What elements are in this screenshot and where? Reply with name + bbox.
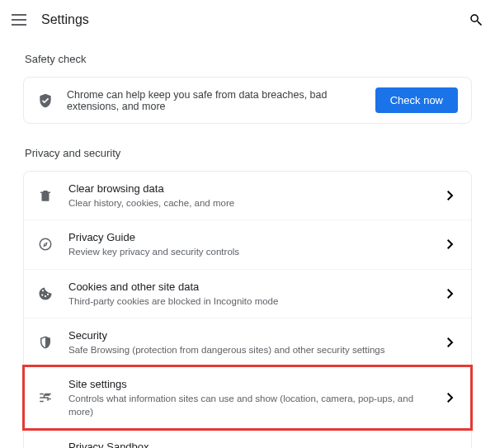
- settings-content: Safety check Chrome can help keep you sa…: [0, 40, 495, 448]
- item-subtitle: Controls what information sites can use …: [68, 392, 428, 418]
- section-heading-safety: Safety check: [25, 53, 472, 65]
- item-title: Site settings: [68, 377, 428, 392]
- page-title: Settings: [41, 12, 89, 27]
- safety-check-message: Chrome can help keep you safe from data …: [67, 89, 362, 112]
- item-privacy-guide[interactable]: Privacy Guide Review key privacy and sec…: [24, 219, 471, 268]
- menu-icon[interactable]: [12, 14, 26, 26]
- tune-icon: [37, 389, 54, 406]
- chevron-right-icon: [443, 239, 458, 249]
- item-clear-browsing-data[interactable]: Clear browsing data Clear history, cooki…: [24, 172, 471, 219]
- item-title: Privacy Sandbox: [68, 440, 428, 449]
- item-title: Privacy Guide: [68, 230, 428, 245]
- compass-icon: [37, 236, 54, 252]
- item-subtitle: Safe Browsing (protection from dangerous…: [68, 343, 428, 356]
- item-title: Cookies and other site data: [68, 280, 428, 295]
- check-now-button[interactable]: Check now: [375, 87, 458, 113]
- safety-check-card: Chrome can help keep you safe from data …: [23, 77, 472, 124]
- item-subtitle: Third-party cookies are blocked in Incog…: [68, 295, 428, 308]
- item-subtitle: Review key privacy and security controls: [68, 245, 428, 258]
- chevron-right-icon: [443, 337, 458, 347]
- item-title: Security: [68, 328, 428, 343]
- section-heading-privacy: Privacy and security: [25, 147, 472, 159]
- item-site-settings[interactable]: Site settings Controls what information …: [24, 366, 471, 428]
- item-subtitle: Clear history, cookies, cache, and more: [68, 196, 428, 210]
- item-title: Clear browsing data: [68, 182, 428, 196]
- shield-icon: [37, 334, 54, 351]
- privacy-list: Clear browsing data Clear history, cooki…: [23, 171, 472, 448]
- item-security[interactable]: Security Safe Browsing (protection from …: [24, 318, 471, 366]
- chevron-right-icon: [443, 191, 458, 200]
- shield-check-icon: [37, 92, 54, 109]
- item-privacy-sandbox[interactable]: Privacy Sandbox Trial features are off: [24, 429, 471, 449]
- chevron-right-icon: [443, 289, 458, 299]
- chevron-right-icon: [443, 393, 458, 403]
- flask-icon: [37, 446, 54, 448]
- trash-icon: [37, 187, 54, 204]
- appbar: Settings: [0, 0, 495, 40]
- item-cookies[interactable]: Cookies and other site data Third-party …: [24, 269, 471, 318]
- search-icon[interactable]: [469, 12, 483, 27]
- cookie-icon: [37, 285, 54, 302]
